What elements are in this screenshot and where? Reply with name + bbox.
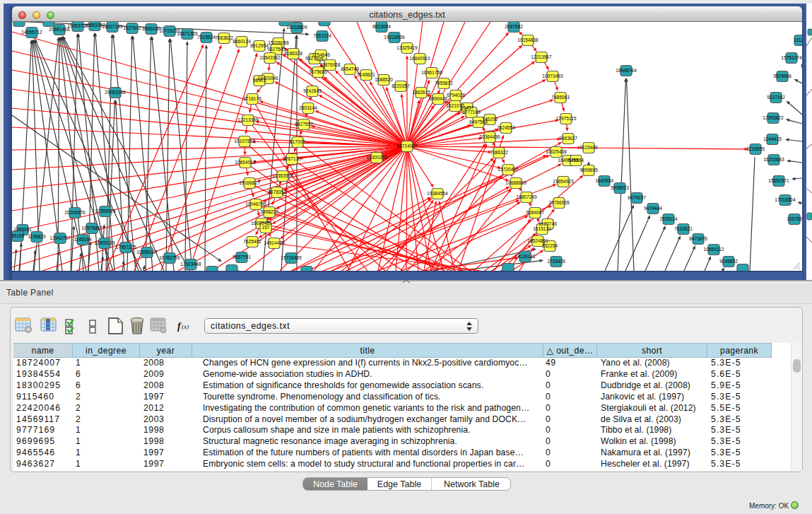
svg-text:10975857: 10975857	[81, 226, 102, 230]
svg-text:16671355: 16671355	[177, 31, 198, 36]
svg-text:12942757: 12942757	[49, 235, 71, 240]
svg-text:6966160: 6966160	[142, 26, 160, 31]
svg-text:9463627: 9463627	[559, 136, 577, 141]
svg-text:9245652: 9245652	[719, 259, 738, 264]
svg-text:18637189: 18637189	[102, 24, 123, 29]
svg-text:20206576: 20206576	[64, 210, 86, 215]
svg-text:8454749: 8454749	[341, 66, 359, 71]
svg-text:11124: 11124	[794, 37, 802, 42]
svg-text:9529966: 9529966	[773, 74, 792, 78]
svg-text:157: 157	[261, 225, 269, 230]
svg-text:7386322: 7386322	[490, 150, 508, 155]
svg-text:1145194: 1145194	[73, 237, 92, 242]
svg-text:7625402: 7625402	[243, 239, 261, 244]
svg-text:2718176: 2718176	[243, 96, 261, 101]
svg-text:16782759: 16782759	[159, 255, 180, 260]
svg-text:10688609: 10688609	[505, 180, 526, 185]
svg-text:10025438: 10025438	[546, 149, 567, 154]
svg-text:9227342: 9227342	[767, 95, 785, 100]
svg-text:20364436: 20364436	[479, 134, 500, 139]
svg-text:8471676: 8471676	[689, 236, 707, 241]
svg-text:1615132: 1615132	[533, 226, 551, 231]
svg-text:12353594: 12353594	[272, 173, 293, 178]
svg-text:15226058: 15226058	[268, 40, 289, 45]
svg-text:6794028: 6794028	[447, 93, 465, 98]
svg-text:2087682: 2087682	[505, 24, 523, 29]
svg-text:98901: 98901	[253, 78, 266, 83]
svg-text:16210643: 16210643	[763, 157, 784, 162]
svg-text:1754646: 1754646	[312, 52, 330, 57]
svg-text:10756928: 10756928	[548, 200, 570, 205]
svg-text:39159: 39159	[12, 233, 24, 238]
svg-text:16640910: 16640910	[409, 56, 430, 61]
svg-text:746206: 746206	[482, 117, 498, 122]
svg-text:9657791: 9657791	[233, 255, 251, 259]
svg-text:9146821: 9146821	[357, 72, 375, 77]
svg-text:16033809: 16033809	[286, 25, 307, 30]
svg-text:10973493: 10973493	[542, 74, 563, 78]
svg-text:13325419: 13325419	[396, 45, 418, 50]
svg-text:29053346: 29053346	[105, 90, 126, 95]
svg-text:9777169: 9777169	[462, 110, 481, 115]
svg-text:3675685: 3675685	[309, 69, 327, 74]
svg-text:7357224: 7357224	[313, 33, 331, 38]
svg-text:17359924: 17359924	[95, 209, 116, 214]
svg-text:19654923: 19654923	[553, 179, 574, 184]
svg-text:9084067: 9084067	[526, 210, 544, 215]
svg-text:1362615: 1362615	[412, 90, 430, 95]
svg-text:3498222: 3498222	[260, 209, 278, 214]
svg-text:18524861: 18524861	[527, 238, 548, 243]
svg-text:12975115: 12975115	[556, 116, 577, 121]
svg-text:2803144: 2803144	[299, 105, 317, 110]
svg-text:5938923: 5938923	[611, 185, 629, 190]
svg-text:10543362: 10543362	[259, 55, 281, 60]
svg-text:19218506: 19218506	[384, 35, 405, 40]
svg-text:1733426: 1733426	[547, 259, 565, 264]
svg-text:9474444: 9474444	[644, 206, 662, 211]
svg-text:16961758: 16961758	[421, 70, 442, 75]
svg-text:6479197: 6479197	[628, 195, 646, 200]
svg-text:8813054: 8813054	[372, 24, 391, 29]
svg-text:6120746: 6120746	[539, 221, 557, 226]
svg-text:7485063: 7485063	[551, 95, 570, 100]
svg-text:14136141: 14136141	[514, 254, 536, 259]
svg-text:2935114: 2935114	[659, 216, 678, 221]
svg-text:15692971: 15692971	[768, 178, 789, 183]
svg-text:12905135: 12905135	[94, 240, 115, 245]
svg-text:19384554: 19384554	[427, 191, 448, 196]
svg-text:10654112: 10654112	[704, 247, 724, 252]
svg-text:17957225: 17957225	[115, 245, 136, 250]
svg-text:15751074: 15751074	[781, 55, 802, 60]
svg-text:1527602: 1527602	[123, 25, 141, 30]
svg-text:7663822: 7663822	[215, 35, 233, 40]
svg-text:9899695: 9899695	[579, 168, 598, 173]
svg-text:15716485: 15716485	[281, 255, 302, 260]
svg-text:10958107: 10958107	[136, 250, 158, 255]
svg-text:9242843: 9242843	[303, 88, 322, 93]
svg-text:8220357: 8220357	[392, 83, 410, 88]
svg-text:10046796: 10046796	[245, 201, 266, 206]
svg-text:8990448: 8990448	[429, 96, 447, 101]
svg-text:16648764: 16648764	[616, 68, 637, 73]
svg-text:9327505: 9327505	[267, 47, 286, 52]
svg-text:14914479: 14914479	[264, 240, 285, 245]
svg-text:23676068: 23676068	[319, 62, 341, 67]
svg-text:8186328: 8186328	[284, 51, 302, 56]
svg-text:817005: 817005	[290, 139, 305, 144]
svg-text:15720407: 15720407	[498, 167, 519, 172]
svg-text:17016504: 17016504	[775, 197, 796, 202]
svg-text:7955812: 7955812	[435, 81, 453, 86]
svg-text:19166827: 19166827	[239, 180, 260, 185]
svg-text:12093822: 12093822	[763, 115, 784, 120]
svg-text:1156829: 1156829	[28, 234, 46, 239]
svg-text:18300295: 18300295	[366, 155, 387, 160]
svg-text:14055712: 14055712	[21, 30, 42, 35]
svg-text:1395061: 1395061	[13, 227, 32, 232]
svg-text:8215955: 8215955	[746, 146, 765, 151]
svg-text:12923448: 12923448	[180, 262, 201, 267]
svg-text:10654912: 10654912	[235, 160, 256, 165]
svg-text:12213967: 12213967	[531, 54, 552, 59]
svg-text:1244415: 1244415	[763, 136, 782, 141]
svg-text:1640954: 1640954	[595, 178, 613, 183]
svg-text:252254: 252254	[542, 243, 558, 248]
